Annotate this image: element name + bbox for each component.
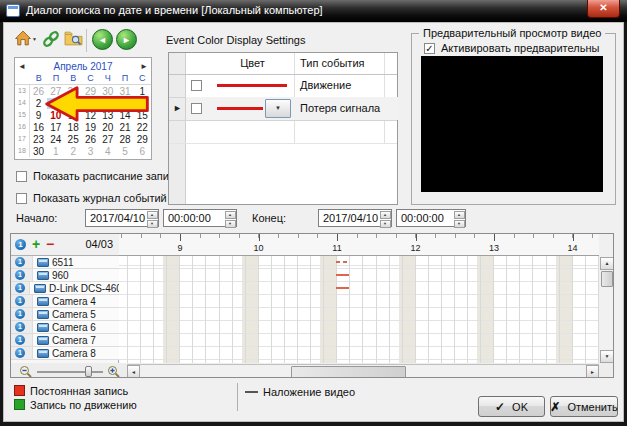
calendar-day-cell[interactable]: 6 [134,146,151,157]
add-camera-button[interactable]: + [32,236,40,252]
spin-up-icon[interactable]: ▲ [454,211,465,219]
remove-camera-button[interactable]: − [46,236,54,252]
start-time-field[interactable]: 00:00:00 ▲▼ [163,209,237,227]
calendar-day-cell[interactable]: 24 [47,134,64,145]
back-button[interactable]: ◄ [92,29,113,50]
camera-row[interactable]: 1D-Link DCS-4603 ( [11,282,119,295]
calendar-day-cell[interactable]: 23 [30,134,47,145]
calendar-day-cell[interactable]: 27 [99,134,116,145]
zoom-slider-thumb[interactable] [85,366,92,377]
connect-button[interactable] [42,30,60,52]
zoom-slider-track[interactable] [37,371,103,373]
spin-down-icon[interactable]: ▼ [147,220,158,228]
start-date-field[interactable]: 2017/04/10 ▲▼ [85,209,159,227]
continuous-record-swatch [14,385,25,396]
calendar-day-cell[interactable]: 6 [99,98,116,109]
calendar-day-cell[interactable]: 17 [47,122,64,133]
calendar-day-cell[interactable]: 1 [47,146,64,157]
scroll-down-button[interactable]: ▼ [600,350,614,363]
camera-row[interactable]: 16511 [11,256,119,269]
scroll-left-button[interactable]: ◄ [127,365,140,378]
calendar-day-cell[interactable]: 15 [134,110,151,121]
calendar-day-cell[interactable]: 21 [116,122,133,133]
calendar-day-cell[interactable]: 14 [116,110,133,121]
spin-down-icon[interactable]: ▼ [454,220,465,228]
motion-record-swatch [14,399,25,410]
vertical-scrollbar[interactable]: ▲ ▼ [600,257,614,363]
calendar-day-cell[interactable]: 12 [82,110,99,121]
close-icon: ✕ [599,2,607,13]
camera-row[interactable]: 1Camera 7 [11,334,119,347]
calendar-day-cell[interactable]: 8 [134,98,151,109]
calendar-day-cell[interactable]: 26 [82,134,99,145]
calendar-day-cell[interactable]: 28 [116,134,133,145]
end-date-field[interactable]: 2017/04/10 ▲▼ [318,209,392,227]
calendar-next-button[interactable]: ► [137,62,151,71]
calendar-day-cell[interactable]: 10 [47,110,64,121]
calendar-day-cell[interactable]: 4 [65,98,82,109]
calendar-day-cell[interactable]: 2 [30,98,47,109]
end-time-field[interactable]: 00:00:00 ▲▼ [396,209,466,227]
camera-row[interactable]: 1960 [11,269,119,282]
calendar-day-cell[interactable]: 27 [47,86,64,97]
camera-row[interactable]: 1Camera 5 [11,308,119,321]
horizontal-scrollbar[interactable]: ◄ ► [127,364,599,378]
calendar-day-cell[interactable]: 5 [82,98,99,109]
calendar-day-cell[interactable]: 16 [30,122,47,133]
calendar-day-cell[interactable]: 30 [30,146,47,157]
back-icon: ◄ [98,35,107,45]
calendar-day-cell[interactable]: 4 [99,146,116,157]
camera-row[interactable]: 1Camera 6 [11,321,119,334]
calendar-day-cell[interactable]: 5 [116,146,133,157]
show-schedule-checkbox[interactable] [16,171,27,182]
hscroll-thumb[interactable] [291,366,406,378]
calendar-day-cell[interactable]: 1 [134,86,151,97]
calendar-dow-label: П [116,73,133,84]
calendar-day-cell[interactable]: 20 [99,122,116,133]
calendar-day-cell[interactable]: 18 [65,122,82,133]
close-button[interactable]: ✕ [587,0,620,18]
home-button[interactable]: ▼ [14,30,37,51]
calendar-day-cell[interactable]: 7 [116,98,133,109]
calendar-day-cell[interactable]: 11 [65,110,82,121]
motion-record-label: Запись по движению [30,399,137,411]
spin-down-icon[interactable]: ▼ [225,220,236,228]
calendar-day-cell[interactable]: 31 [116,86,133,97]
calendar-day-cell[interactable]: 9 [30,110,47,121]
spin-up-icon[interactable]: ▲ [147,211,158,219]
cancel-button[interactable]: ✗ Отменить [550,396,618,417]
preview-enable-checkbox[interactable]: ✓ [424,43,435,54]
calendar-prev-button[interactable]: ◄ [15,62,29,71]
calendar-day-cell[interactable]: 28 [65,86,82,97]
calendar-day-cell[interactable]: 25 [65,134,82,145]
spin-up-icon[interactable]: ▲ [225,211,236,219]
scroll-up-button[interactable]: ▲ [600,257,614,270]
calendar-day-cell[interactable]: 29 [82,86,99,97]
spin-up-icon[interactable]: ▲ [380,211,391,219]
camera-row[interactable]: 1Camera 8 [11,347,119,360]
calendar-day-cell[interactable]: 29 [134,134,151,145]
calendar-day-cell[interactable]: 26 [30,86,47,97]
calendar-day-cell[interactable]: 2 [65,146,82,157]
forward-button[interactable]: ► [116,29,137,50]
zoom-in-icon[interactable] [107,365,121,378]
timeline-grid[interactable] [119,256,599,363]
timeline-corner [599,234,614,256]
event-enable-checkbox[interactable] [191,80,202,91]
event-enable-checkbox[interactable] [191,103,202,114]
show-eventlog-checkbox[interactable] [16,193,27,204]
camera-row[interactable]: 1Camera 4 [11,295,119,308]
color-dropdown-button[interactable]: ▼ [265,99,291,118]
calendar-day-cell[interactable]: 13 [99,110,116,121]
calendar-day-cell[interactable]: 3 [47,98,64,109]
vscroll-thumb[interactable] [601,271,613,287]
calendar-day-cell[interactable]: 30 [99,86,116,97]
calendar-day-cell[interactable]: 22 [134,122,151,133]
zoom-out-icon[interactable] [19,365,33,378]
ok-button[interactable]: ✓ OK [478,396,545,417]
spin-down-icon[interactable]: ▼ [380,220,391,228]
calendar-day-cell[interactable]: 19 [82,122,99,133]
folder-search-button[interactable] [64,30,83,51]
scroll-right-button[interactable]: ► [586,365,599,378]
calendar-day-cell[interactable]: 3 [82,146,99,157]
